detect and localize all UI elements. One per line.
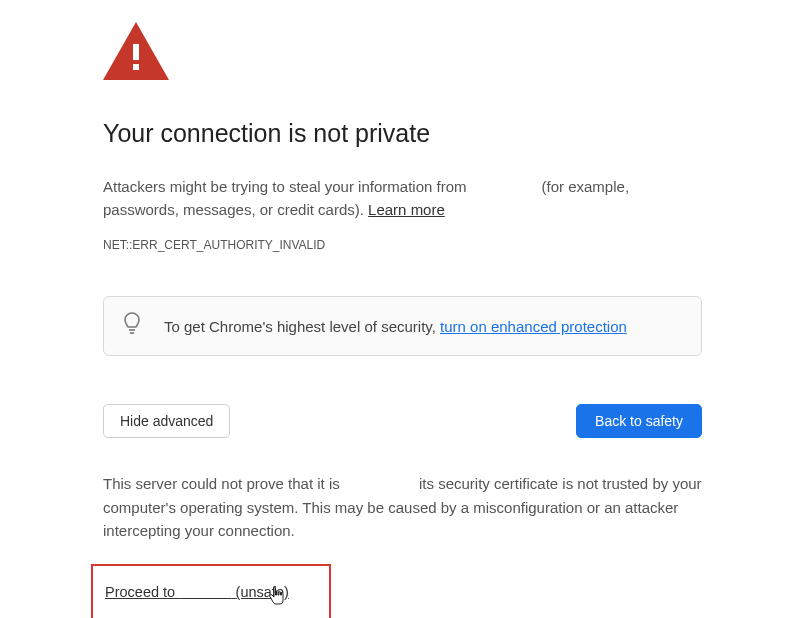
warning-body-hostname [471, 178, 538, 195]
warning-body-part-1: Attackers might be trying to steal your … [103, 178, 471, 195]
warning-triangle-icon [103, 22, 702, 86]
proceed-part-1: Proceed to [105, 584, 179, 600]
proceed-highlight-box: Proceed to (unsafe) [91, 564, 331, 618]
proceed-hostname [179, 584, 231, 600]
warning-body: Attackers might be trying to steal your … [103, 175, 702, 222]
certificate-explanation: This server could not prove that it is i… [103, 472, 702, 542]
hide-advanced-button[interactable]: Hide advanced [103, 404, 230, 438]
svg-rect-1 [133, 44, 139, 60]
error-code: NET::ERR_CERT_AUTHORITY_INVALID [103, 236, 702, 255]
svg-rect-2 [133, 64, 139, 70]
enhanced-protection-tip: To get Chrome's highest level of securit… [103, 296, 702, 356]
explain-hostname [344, 475, 415, 492]
proceed-part-2: (unsafe) [236, 584, 289, 600]
learn-more-link[interactable]: Learn more [368, 201, 445, 218]
explain-part-1: This server could not prove that it is [103, 475, 344, 492]
tip-prefix: To get Chrome's highest level of securit… [164, 318, 440, 335]
page-title: Your connection is not private [103, 114, 702, 153]
enhanced-protection-link[interactable]: turn on enhanced protection [440, 318, 627, 335]
lightbulb-icon [122, 311, 142, 341]
proceed-unsafe-link[interactable]: Proceed to (unsafe) [105, 584, 289, 600]
back-to-safety-button[interactable]: Back to safety [576, 404, 702, 438]
